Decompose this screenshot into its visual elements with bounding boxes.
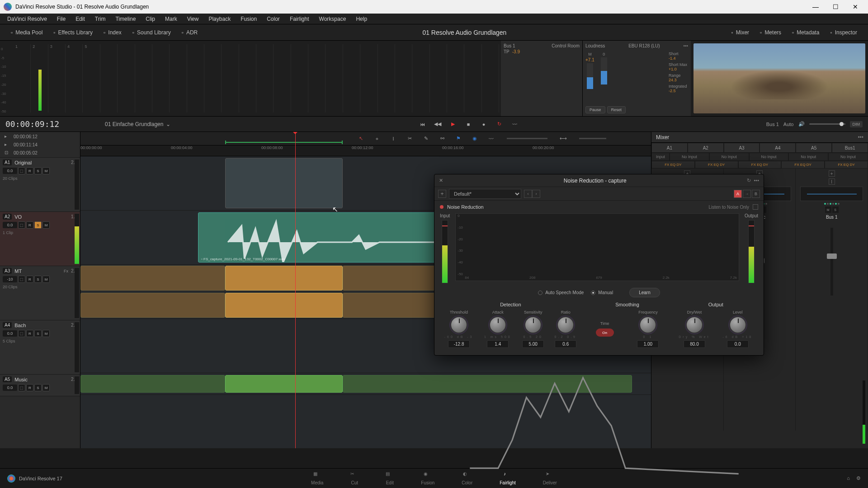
record-button[interactable]: ●: [478, 119, 489, 130]
link-tool[interactable]: ⚯: [437, 134, 447, 144]
tc-out[interactable]: 00:00:11:14: [14, 142, 38, 147]
audio-clip-mt[interactable]: [80, 293, 225, 318]
zoom-slider[interactable]: [507, 138, 547, 139]
inspector-icon[interactable]: ▫Inspector: [825, 27, 863, 38]
meters-icon[interactable]: ▫Meters: [755, 27, 787, 38]
tc-in[interactable]: 00:00:06:12: [14, 134, 38, 139]
mixer-input[interactable]: No Input: [828, 153, 868, 161]
prev-button[interactable]: ◀◀: [432, 119, 443, 130]
strip-fader[interactable]: [830, 228, 833, 296]
play-button[interactable]: ▶: [448, 119, 458, 130]
track-fader-value[interactable]: 0.0: [3, 168, 17, 174]
tc-dur[interactable]: 00:00:05:02: [14, 150, 38, 155]
track-lock[interactable]: ⬚: [18, 276, 25, 283]
track-fader-value[interactable]: 0.0: [3, 222, 17, 228]
video-clip[interactable]: [225, 158, 343, 208]
strip-solo[interactable]: S: [832, 206, 839, 213]
rewind-button[interactable]: ⏮: [417, 119, 428, 130]
track-arm[interactable]: R: [26, 384, 33, 391]
menu-trim[interactable]: Trim: [90, 14, 110, 24]
marker-tool[interactable]: +: [372, 134, 382, 144]
track-lock[interactable]: ⬚: [18, 384, 25, 391]
track-solo[interactable]: S: [34, 167, 42, 174]
menu-view[interactable]: View: [183, 14, 203, 24]
nr-compare-arrow[interactable]: →: [743, 190, 751, 198]
track-header-a4[interactable]: A4Bach2.00.0⬚RSM5 Clips: [0, 320, 80, 375]
track-name[interactable]: VO: [14, 214, 68, 220]
menu-playback[interactable]: Playback: [204, 14, 235, 24]
height-slider[interactable]: [579, 138, 606, 139]
nr-enable-indicator[interactable]: [440, 205, 443, 209]
pencil-tool[interactable]: ✎: [421, 134, 431, 144]
audio-clip-mt[interactable]: [80, 266, 225, 291]
track-header-a5[interactable]: A5Music2.00.0⬚RSM: [0, 375, 80, 396]
track-mute[interactable]: M: [42, 167, 50, 174]
track-header-a3[interactable]: A3MTFx2.0-10⬚RSM20 Clips: [0, 266, 80, 320]
track-arm[interactable]: R: [26, 221, 33, 229]
nr-compare-b[interactable]: B: [752, 190, 760, 198]
mixer-tab-bus1[interactable]: Bus1: [832, 143, 868, 153]
menu-fairlight[interactable]: Fairlight: [285, 14, 314, 24]
menu-color[interactable]: Color: [262, 14, 284, 24]
auto-button[interactable]: Auto: [783, 122, 794, 127]
nr-add-preset[interactable]: +: [438, 190, 446, 198]
mixer-menu-icon[interactable]: •••: [858, 134, 863, 141]
maximize-button[interactable]: ☐: [826, 1, 844, 13]
mixer-input[interactable]: No Input: [788, 153, 828, 161]
strip-mute[interactable]: M: [825, 206, 831, 213]
pointer-tool[interactable]: ↖: [356, 134, 366, 144]
menu-clip[interactable]: Clip: [141, 14, 160, 24]
menu-workspace[interactable]: Workspace: [315, 14, 351, 24]
nr-reset-icon[interactable]: ↻: [747, 178, 751, 183]
mixer-input[interactable]: No Input: [670, 153, 709, 161]
flag-tool[interactable]: ⚑: [453, 134, 463, 144]
audio-clip-mt[interactable]: [225, 293, 343, 318]
track-name[interactable]: Original: [14, 160, 68, 165]
settings-icon[interactable]: ⚙: [856, 475, 861, 481]
page-tab-cut[interactable]: ✂Cut: [350, 471, 359, 485]
track-mute[interactable]: M: [42, 330, 50, 337]
track-solo[interactable]: S: [34, 330, 42, 337]
razor-tool[interactable]: ✂: [405, 134, 415, 144]
mixer-fx-slot[interactable]: FX EQ DY: [738, 161, 782, 169]
sound-lib-icon[interactable]: ▫Sound Library: [127, 27, 176, 38]
master-timecode[interactable]: 00:00:09:12: [5, 119, 87, 129]
nr-spectrum-display[interactable]: 0-10-20-30-40-50 842086792.2k7.2k: [455, 213, 739, 281]
track-mute[interactable]: M: [42, 221, 50, 229]
video-viewer[interactable]: [693, 43, 865, 113]
track-arm[interactable]: R: [26, 330, 33, 337]
audio-clip-music[interactable]: [225, 375, 343, 393]
marker2-tool[interactable]: ◉: [470, 134, 480, 144]
mixer-tab-a5[interactable]: A5: [796, 143, 832, 153]
strip-dynamics[interactable]: [824, 203, 840, 205]
page-tab-media[interactable]: ▦Media: [311, 471, 323, 485]
timeline-selector[interactable]: 01 Einfache Grundlagen ⌄: [105, 121, 170, 127]
menu-mark[interactable]: Mark: [160, 14, 182, 24]
home-icon[interactable]: ⌂: [847, 475, 850, 481]
mixer-fx-slot[interactable]: FX EQ DY: [695, 161, 738, 169]
nr-compare-a[interactable]: A: [734, 190, 742, 198]
track-arm[interactable]: R: [26, 167, 33, 174]
mixer-fx-slot[interactable]: FX EQ DY: [825, 161, 868, 169]
mixer-input[interactable]: No Input: [749, 153, 789, 161]
track-solo[interactable]: S: [34, 384, 42, 391]
dim-button[interactable]: DIM: [850, 121, 863, 127]
text-tool[interactable]: I: [388, 134, 398, 144]
loudness-menu-icon[interactable]: •••: [683, 43, 688, 48]
mixer-input[interactable]: No Input: [709, 153, 749, 161]
nr-next-preset[interactable]: ›: [532, 190, 540, 198]
page-tab-fusion[interactable]: ◉Fusion: [421, 471, 434, 485]
track-arm[interactable]: R: [26, 276, 33, 283]
nr-prev-preset[interactable]: ‹: [524, 190, 532, 198]
audio-clip-music[interactable]: [80, 375, 225, 393]
mixer-fx-slot[interactable]: FX EQ DY: [781, 161, 825, 169]
loudness-reset-button[interactable]: Reset: [607, 106, 626, 113]
minimize-button[interactable]: —: [807, 1, 825, 13]
stop-button[interactable]: ■: [463, 119, 474, 130]
track-mute[interactable]: M: [42, 276, 50, 283]
nr-preset-select[interactable]: Default*: [449, 189, 521, 199]
mixer-tab-a3[interactable]: A3: [724, 143, 760, 153]
track-fader-value[interactable]: 0.0: [3, 385, 17, 391]
loudness-pause-button[interactable]: Pause: [585, 106, 605, 113]
master-volume-slider[interactable]: [809, 123, 845, 125]
